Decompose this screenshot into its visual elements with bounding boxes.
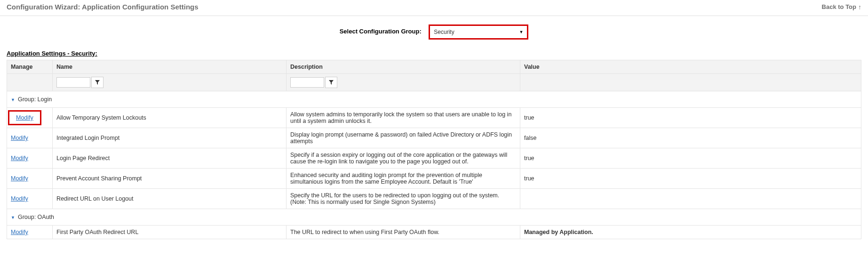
name-cell: Prevent Account Sharing Prompt: [53, 169, 287, 189]
group-label: Group: Login: [18, 96, 52, 103]
description-cell: Specify if a session expiry or logging o…: [287, 148, 520, 169]
collapse-toggle-icon[interactable]: ▼: [11, 215, 15, 220]
manage-cell: Modify: [7, 189, 53, 209]
highlight-box: Modify: [8, 110, 41, 125]
table-row: ModifyFirst Party OAuth Redirect URLThe …: [7, 226, 861, 239]
manage-cell: Modify: [7, 226, 53, 239]
table-row: ModifyIntegrated Login PromptDisplay log…: [7, 128, 861, 148]
filter-icon: [95, 80, 100, 85]
modify-link[interactable]: Modify: [11, 155, 28, 162]
col-manage-header: Manage: [7, 60, 53, 74]
col-description-header: Description: [287, 60, 520, 74]
config-group-label: Select Configuration Group:: [340, 28, 422, 35]
name-cell: Integrated Login Prompt: [53, 128, 287, 148]
settings-table: Manage Name Description Value: [7, 60, 861, 239]
name-cell: Allow Temporary System Lockouts: [53, 108, 287, 128]
table-row: ModifyAllow Temporary System LockoutsAll…: [7, 108, 861, 128]
name-cell: Login Page Redirect: [53, 148, 287, 169]
modify-link[interactable]: Modify: [11, 229, 28, 235]
filter-cell-description: [287, 74, 520, 91]
value-cell: [520, 189, 861, 209]
modify-link[interactable]: Modify: [11, 195, 28, 202]
group-label: Group: OAuth: [18, 214, 54, 220]
table-row: ModifyRedirect URL on User LogoutSpecify…: [7, 189, 861, 209]
description-cell: Allow system admins to temporarily lock …: [287, 108, 520, 128]
chevron-down-icon: ▼: [519, 30, 523, 34]
arrow-up-icon: ↑: [858, 4, 861, 10]
config-group-selector-row: Select Configuration Group: Security ▼: [0, 16, 868, 50]
group-header-row[interactable]: ▼Group: OAuth: [7, 209, 861, 226]
modify-link[interactable]: Modify: [16, 114, 33, 121]
manage-cell: Modify: [7, 108, 53, 128]
manage-cell: Modify: [7, 148, 53, 169]
config-group-dropdown[interactable]: Security ▼: [429, 24, 528, 40]
filter-cell-value: [520, 74, 861, 91]
description-cell: Display login prompt (username & passwor…: [287, 128, 520, 148]
description-filter-button[interactable]: [325, 77, 337, 88]
value-cell: Managed by Application.: [520, 226, 861, 239]
modify-link[interactable]: Modify: [11, 135, 28, 141]
config-group-value: Security: [434, 29, 454, 35]
name-filter-button[interactable]: [91, 77, 104, 88]
value-cell: true: [520, 148, 861, 169]
description-filter-input[interactable]: [290, 77, 324, 88]
description-cell: The URL to redirect to when using First …: [287, 226, 520, 239]
section-title: Application Settings - Security:: [0, 50, 868, 60]
manage-cell: Modify: [7, 128, 53, 148]
value-cell: true: [520, 169, 861, 189]
page-title: Configuration Wizard: Application Config…: [7, 3, 199, 11]
manage-cell: Modify: [7, 169, 53, 189]
name-cell: Redirect URL on User Logout: [53, 189, 287, 209]
modify-link[interactable]: Modify: [11, 175, 28, 182]
value-cell: false: [520, 128, 861, 148]
collapse-toggle-icon[interactable]: ▼: [11, 97, 15, 102]
name-filter-input[interactable]: [56, 77, 90, 88]
name-cell: First Party OAuth Redirect URL: [53, 226, 287, 239]
table-header-row: Manage Name Description Value: [7, 60, 861, 74]
back-to-top-link[interactable]: Back to Top ↑: [822, 3, 861, 10]
value-cell: true: [520, 108, 861, 128]
col-name-header: Name: [53, 60, 287, 74]
filter-cell-manage: [7, 74, 53, 91]
col-value-header: Value: [520, 60, 861, 74]
back-to-top-label: Back to Top: [822, 3, 856, 10]
filter-icon: [329, 80, 334, 85]
table-row: ModifyPrevent Account Sharing PromptEnha…: [7, 169, 861, 189]
table-filter-row: [7, 74, 861, 91]
description-cell: Specify the URL for the users to be redi…: [287, 189, 520, 209]
description-cell: Enhanced security and auditing login pro…: [287, 169, 520, 189]
filter-cell-name: [53, 74, 287, 91]
table-row: ModifyLogin Page RedirectSpecify if a se…: [7, 148, 861, 169]
page-header: Configuration Wizard: Application Config…: [0, 0, 868, 16]
group-header-row[interactable]: ▼Group: Login: [7, 91, 861, 108]
